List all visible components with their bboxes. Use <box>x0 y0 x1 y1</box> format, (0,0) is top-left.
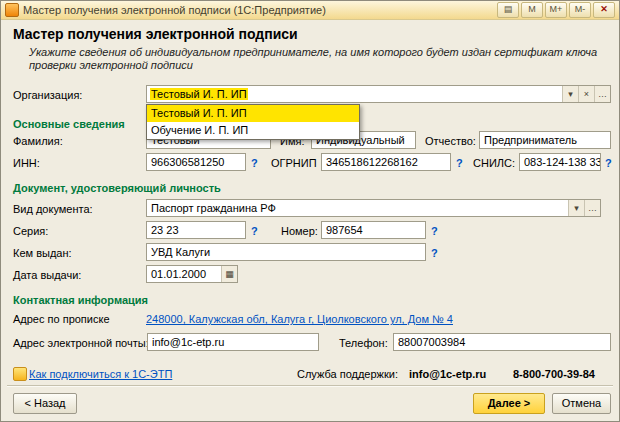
close-icon[interactable]: ✕ <box>593 2 615 18</box>
series-input[interactable]: 23 23 <box>146 221 246 239</box>
email-label: Адрес электронной почты: <box>13 337 149 349</box>
window-title: Мастер получения электронной подписи (1С… <box>23 4 493 16</box>
etp-icon <box>13 367 27 381</box>
phone-input[interactable]: 88007003984 <box>393 333 611 351</box>
doc-kind-buttons: ▾ … <box>568 200 600 216</box>
snils-help-link[interactable]: ? <box>605 157 612 169</box>
organization-value: Тестовый И. П. ИП <box>150 88 248 100</box>
section-doc-title: Документ, удостоверяющий личность <box>13 182 221 194</box>
dropdown-item[interactable]: Обучение И. П. ИП <box>147 122 359 139</box>
issued-by-input[interactable]: УВД Калуги <box>146 243 426 261</box>
snils-value: 083-124-138 33 <box>523 156 601 168</box>
organization-buttons: ▾ × … <box>562 86 610 102</box>
how-to-connect-link[interactable]: Как подключиться к 1С-ЭТП <box>29 368 172 380</box>
inn-help-link[interactable]: ? <box>251 157 258 169</box>
section-main-title: Основные сведения <box>13 118 125 130</box>
doc-kind-label: Вид документа: <box>13 203 93 215</box>
footer-separator <box>7 385 613 387</box>
window-titlebar[interactable]: Мастер получения электронной подписи (1С… <box>1 1 619 20</box>
back-button[interactable]: < Назад <box>13 393 77 414</box>
window-controls: ▤ M M+ M- ✕ <box>497 2 615 18</box>
issue-date-buttons: ▦ <box>221 266 237 282</box>
font-scale-icon[interactable]: M <box>521 2 543 18</box>
ogrnip-input[interactable]: 346518612268162 <box>321 153 451 171</box>
dropdown-arrow-icon[interactable]: ▾ <box>568 200 584 216</box>
organization-combobox[interactable]: Тестовый И. П. ИП ▾ × … <box>146 85 611 103</box>
font-scale-minus-icon[interactable]: M- <box>569 2 591 18</box>
section-contact-title: Контактная информация <box>13 294 148 306</box>
series-help-link[interactable]: ? <box>251 225 258 237</box>
support-email: info@1c-etp.ru <box>409 368 486 380</box>
phone-value: 88007003984 <box>397 336 466 348</box>
snils-input[interactable]: 083-124-138 33 <box>519 153 601 171</box>
next-button[interactable]: Далее > <box>473 393 545 414</box>
address-label: Адрес по прописке <box>13 313 110 325</box>
inn-input[interactable]: 966306581250 <box>146 153 246 171</box>
support-phone: 8-800-700-39-84 <box>513 368 595 380</box>
clear-icon[interactable]: × <box>578 86 594 102</box>
issue-date-input[interactable]: 01.01.2000 ▦ <box>146 265 238 283</box>
wizard-window: Мастер получения электронной подписи (1С… <box>0 0 620 422</box>
email-input[interactable]: info@1c-etp.ru <box>147 333 319 351</box>
cancel-button[interactable]: Отмена <box>552 393 611 414</box>
inn-label: ИНН: <box>13 157 40 169</box>
ogrnip-help-link[interactable]: ? <box>456 157 463 169</box>
address-link[interactable]: 248000, Калужская обл, Калуга г, Циолков… <box>146 313 453 325</box>
ogrnip-value: 346518612268162 <box>325 156 419 168</box>
phone-label: Телефон: <box>339 337 388 349</box>
organization-label: Организация: <box>13 89 82 101</box>
number-input[interactable]: 987654 <box>321 221 426 239</box>
dock-window-icon[interactable]: ▤ <box>497 2 519 18</box>
dropdown-arrow-icon[interactable]: ▾ <box>562 86 578 102</box>
page-title: Мастер получения электронной подписи <box>13 26 298 42</box>
number-help-link[interactable]: ? <box>431 225 438 237</box>
issue-date-label: Дата выдачи: <box>13 269 81 281</box>
font-scale-plus-icon[interactable]: M+ <box>545 2 567 18</box>
issued-by-label: Кем выдан: <box>13 247 72 259</box>
series-value: 23 23 <box>150 224 180 236</box>
lastname-label: Фамилия: <box>13 135 63 147</box>
middlename-input[interactable]: Предприниматель <box>479 131 611 149</box>
choose-icon[interactable]: … <box>584 200 600 216</box>
issued-by-value: УВД Калуги <box>150 246 211 258</box>
snils-label: СНИЛС: <box>473 157 515 169</box>
number-label: Номер: <box>281 225 318 237</box>
issue-date-value: 01.01.2000 <box>150 268 207 280</box>
calendar-icon[interactable]: ▦ <box>221 266 237 282</box>
issued-by-help-link[interactable]: ? <box>431 247 438 259</box>
choose-icon[interactable]: … <box>594 86 610 102</box>
email-value: info@1c-etp.ru <box>151 336 225 348</box>
doc-kind-combobox[interactable]: Паспорт гражданина РФ ▾ … <box>146 199 601 217</box>
number-value: 987654 <box>325 224 364 236</box>
support-label: Служба поддержки: <box>297 368 398 380</box>
dropdown-item-selected[interactable]: Тестовый И. П. ИП <box>147 105 359 122</box>
middlename-value: Предприниматель <box>483 134 578 146</box>
organization-dropdown: Тестовый И. П. ИП Обучение И. П. ИП <box>146 104 360 140</box>
ogrnip-label: ОГРНИП <box>271 157 317 169</box>
app-1c-icon <box>5 3 19 17</box>
doc-kind-value: Паспорт гражданина РФ <box>150 202 277 214</box>
inn-value: 966306581250 <box>150 156 225 168</box>
series-label: Серия: <box>13 225 48 237</box>
middlename-label: Отчество: <box>425 135 476 147</box>
page-hint: Укажите сведения об индивидуальном предп… <box>29 46 604 72</box>
